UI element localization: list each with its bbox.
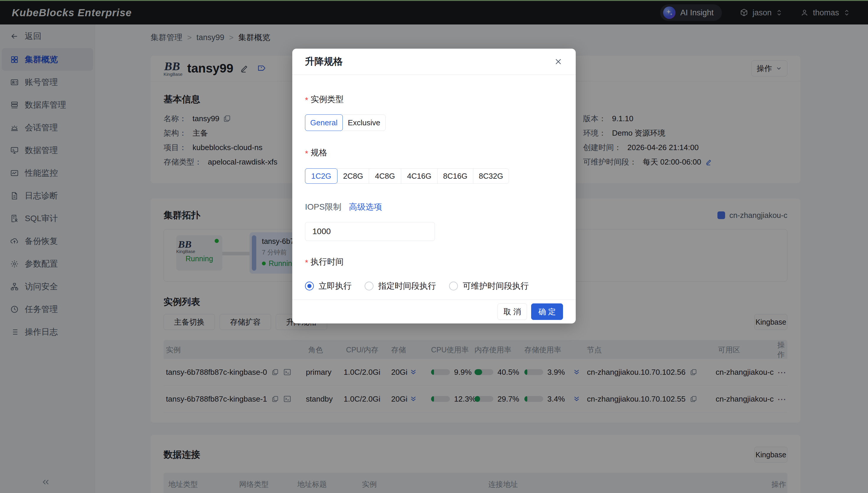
cancel-button[interactable]: 取 消 (498, 303, 527, 320)
resize-spec-modal: 升降规格 * 实例类型 General Exclusive * 规格 1C2G … (292, 49, 576, 323)
iops-label: IOPS限制 (305, 201, 341, 213)
spec-label: 规格 (310, 147, 327, 158)
modal-footer: 取 消 确 定 (292, 300, 576, 323)
instance-type-segmented: General Exclusive (305, 114, 563, 131)
radio-maintenance-window[interactable]: 可维护时间段执行 (449, 280, 529, 292)
spec-segmented: 1C2G 2C8G 4C8G 4C16G 8C16G 8C32G (305, 168, 563, 184)
spec-option-4c8g[interactable]: 4C8G (369, 168, 401, 184)
spec-option-8c32g[interactable]: 8C32G (473, 168, 509, 184)
exec-time-radios: 立即执行 指定时间段执行 可维护时间段执行 (305, 280, 563, 292)
instance-type-option-exclusive[interactable]: Exclusive (342, 114, 386, 131)
radio-icon (449, 282, 458, 291)
modal-body: * 实例类型 General Exclusive * 规格 1C2G 2C8G … (292, 94, 576, 292)
required-marker: * (305, 149, 308, 158)
instance-type-label-row: * 实例类型 (305, 94, 563, 105)
close-icon[interactable] (553, 57, 563, 66)
radio-execute-now[interactable]: 立即执行 (305, 280, 351, 292)
required-marker: * (305, 258, 308, 267)
modal-header: 升降规格 (292, 49, 576, 75)
radio-scheduled-window[interactable]: 指定时间段执行 (365, 280, 436, 292)
instance-type-label: 实例类型 (310, 94, 344, 105)
advanced-options-link[interactable]: 高级选项 (349, 201, 382, 213)
exec-time-label: 执行时间 (310, 256, 344, 267)
radio-icon (305, 282, 314, 291)
iops-input[interactable] (305, 222, 435, 241)
modal-title: 升降规格 (305, 55, 343, 68)
spec-option-4c16g[interactable]: 4C16G (401, 168, 438, 184)
spec-label-row: * 规格 (305, 147, 563, 158)
required-marker: * (305, 95, 308, 105)
exec-time-label-row: * 执行时间 (305, 256, 563, 267)
instance-type-option-general[interactable]: General (305, 114, 343, 131)
iops-label-row: IOPS限制 高级选项 (305, 201, 563, 213)
spec-option-2c8g[interactable]: 2C8G (337, 168, 369, 184)
radio-icon (365, 282, 374, 291)
confirm-button[interactable]: 确 定 (531, 303, 563, 320)
spec-option-1c2g[interactable]: 1C2G (305, 168, 338, 184)
spec-option-8c16g[interactable]: 8C16G (437, 168, 473, 184)
